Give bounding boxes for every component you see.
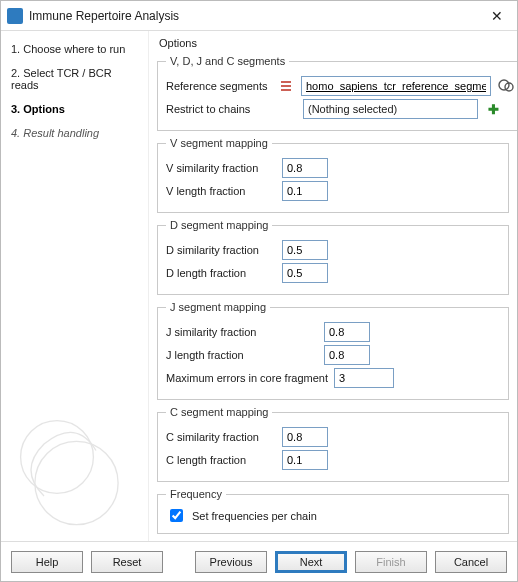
d-len-label: D length fraction [166, 267, 276, 279]
wizard-steps: 1. Choose where to run 2. Select TCR / B… [1, 31, 149, 541]
window-title: Immune Repertoire Analysis [29, 9, 477, 23]
j-len-input[interactable] [324, 345, 370, 365]
v-len-label: V length fraction [166, 185, 276, 197]
d-mapping-group: D segment mapping D similarity fraction … [157, 219, 509, 295]
v-len-input[interactable] [282, 181, 328, 201]
restrict-select[interactable]: (Nothing selected) [303, 99, 478, 119]
j-sim-label: J similarity fraction [166, 326, 276, 338]
previous-button[interactable]: Previous [195, 551, 267, 573]
page-title: Options [159, 37, 509, 49]
options-panel: Options V, D, J and C segments Reference… [149, 31, 517, 541]
vdj-legend: V, D, J and C segments [166, 55, 289, 67]
c-mapping-group: C segment mapping C similarity fraction … [157, 406, 509, 482]
j-max-label: Maximum errors in core fragment [166, 372, 328, 384]
c-len-input[interactable] [282, 450, 328, 470]
dialog-window: Immune Repertoire Analysis ✕ 1. Choose w… [0, 0, 518, 582]
frequency-group: Frequency Set frequencies per chain [157, 488, 509, 534]
freq-per-chain-label: Set frequencies per chain [192, 510, 317, 522]
vdj-group: V, D, J and C segments Reference segment… [157, 55, 517, 131]
v-sim-label: V similarity fraction [166, 162, 276, 174]
v-mapping-legend: V segment mapping [166, 137, 272, 149]
c-mapping-legend: C segment mapping [166, 406, 272, 418]
c-len-label: C length fraction [166, 454, 276, 466]
cancel-button[interactable]: Cancel [435, 551, 507, 573]
reset-button[interactable]: Reset [91, 551, 163, 573]
app-icon [7, 8, 23, 24]
step-2[interactable]: 2. Select TCR / BCR reads [9, 63, 140, 95]
list-icon [277, 77, 295, 95]
d-len-input[interactable] [282, 263, 328, 283]
j-mapping-legend: J segment mapping [166, 301, 270, 313]
step-1[interactable]: 1. Choose where to run [9, 39, 140, 59]
j-mapping-group: J segment mapping J similarity fraction … [157, 301, 509, 400]
help-button[interactable]: Help [11, 551, 83, 573]
restrict-value: (Nothing selected) [308, 103, 397, 115]
d-mapping-legend: D segment mapping [166, 219, 272, 231]
d-sim-input[interactable] [282, 240, 328, 260]
next-button[interactable]: Next [275, 551, 347, 573]
j-sim-input[interactable] [324, 322, 370, 342]
button-bar: Help Reset Previous Next Finish Cancel [1, 541, 517, 581]
j-len-label: J length fraction [166, 349, 276, 361]
step-3[interactable]: 3. Options [9, 99, 140, 119]
close-icon[interactable]: ✕ [477, 1, 517, 31]
v-mapping-group: V segment mapping V similarity fraction … [157, 137, 509, 213]
freq-per-chain-checkbox[interactable] [170, 509, 183, 522]
frequency-legend: Frequency [166, 488, 226, 500]
browse-reference-icon[interactable] [497, 77, 515, 95]
finish-button: Finish [355, 551, 427, 573]
add-chain-icon[interactable]: ✚ [484, 100, 502, 118]
c-sim-input[interactable] [282, 427, 328, 447]
v-sim-input[interactable] [282, 158, 328, 178]
reference-label: Reference segments [166, 80, 271, 92]
restrict-label: Restrict to chains [166, 103, 271, 115]
step-4[interactable]: 4. Result handling [9, 123, 140, 143]
svg-point-3 [499, 80, 509, 90]
d-sim-label: D similarity fraction [166, 244, 276, 256]
j-max-input[interactable] [334, 368, 394, 388]
titlebar: Immune Repertoire Analysis ✕ [1, 1, 517, 31]
reference-input[interactable] [301, 76, 491, 96]
c-sim-label: C similarity fraction [166, 431, 276, 443]
